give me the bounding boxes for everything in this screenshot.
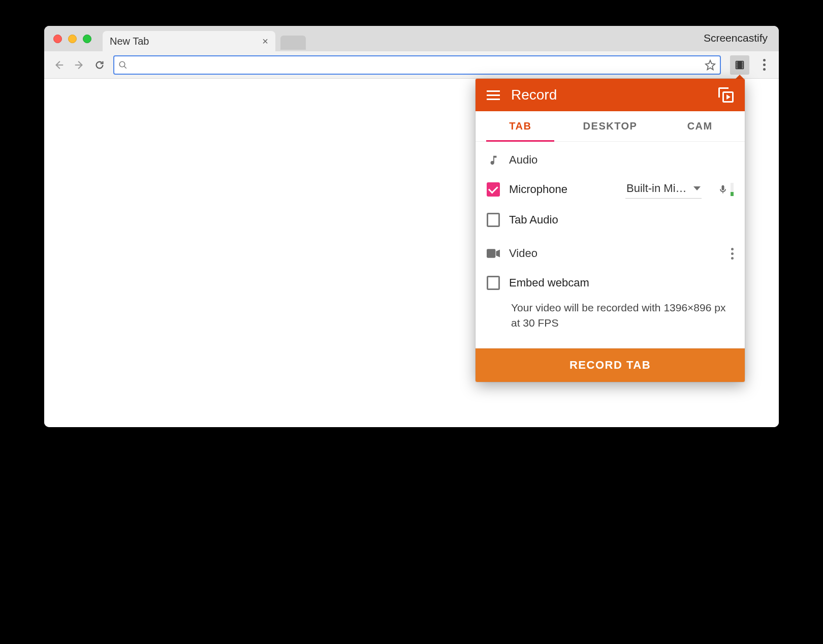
url-input[interactable] — [132, 59, 705, 70]
microphone-checkbox[interactable] — [487, 182, 500, 197]
forward-button[interactable] — [71, 56, 88, 74]
hamburger-icon — [487, 90, 500, 92]
chevron-down-icon — [693, 186, 701, 190]
mode-tab-tab[interactable]: TAB — [476, 111, 565, 141]
mode-tab-cam[interactable]: CAM — [655, 111, 745, 141]
kebab-icon — [763, 59, 766, 61]
toolbar — [44, 51, 779, 79]
new-tab-button[interactable] — [280, 36, 306, 50]
maximize-window-button[interactable] — [83, 35, 91, 43]
microphone-device-dropdown[interactable]: Built-in Mi… — [625, 181, 702, 199]
svg-point-0 — [119, 61, 125, 67]
record-mode-tabs: TAB DESKTOP CAM — [476, 111, 745, 142]
watermark-label: Screencastify — [704, 32, 768, 44]
reload-button[interactable] — [91, 56, 108, 74]
microphone-label: Microphone — [509, 183, 567, 196]
bookmark-button[interactable] — [705, 59, 716, 71]
arrow-right-icon — [74, 59, 85, 71]
svg-rect-7 — [742, 63, 743, 65]
svg-rect-6 — [742, 61, 743, 62]
minimize-window-button[interactable] — [68, 35, 77, 43]
record-tab-button[interactable]: RECORD TAB — [476, 348, 745, 382]
close-tab-button[interactable]: × — [262, 36, 268, 47]
microphone-device-value: Built-in Mi… — [626, 182, 687, 195]
tab-audio-row: Tab Audio — [487, 205, 734, 235]
audio-section-label: Audio — [509, 153, 537, 167]
svg-rect-4 — [737, 65, 738, 66]
menu-button[interactable] — [487, 90, 500, 100]
video-options-button[interactable] — [731, 248, 734, 260]
microphone-icon — [718, 183, 728, 196]
svg-rect-9 — [742, 67, 743, 68]
address-bar[interactable] — [113, 55, 721, 75]
back-button[interactable] — [50, 56, 68, 74]
audio-section-header: Audio — [487, 146, 734, 174]
reload-icon — [94, 59, 105, 71]
screencastify-popup: Record TAB DESKTOP CAM Audio — [476, 79, 745, 382]
tab-audio-checkbox[interactable] — [487, 213, 500, 227]
microphone-row: Microphone Built-in Mi… — [487, 174, 734, 205]
recordings-library-button[interactable] — [718, 87, 734, 103]
embed-webcam-checkbox[interactable] — [487, 276, 500, 290]
search-icon — [118, 60, 128, 70]
tab-bar: New Tab × Screencastify — [44, 26, 779, 51]
music-note-icon — [487, 154, 500, 166]
browser-window: New Tab × Screencastify — [44, 26, 779, 427]
svg-rect-3 — [737, 63, 738, 65]
video-section-header: Video — [487, 239, 734, 268]
video-section-label: Video — [509, 247, 537, 260]
embed-webcam-label: Embed webcam — [509, 276, 589, 289]
mode-tab-desktop[interactable]: DESKTOP — [565, 111, 655, 141]
window-controls — [53, 35, 91, 43]
popup-header: Record — [476, 79, 745, 111]
embed-webcam-row: Embed webcam — [487, 268, 734, 298]
browser-menu-button[interactable] — [755, 56, 773, 74]
tab-title: New Tab — [110, 36, 262, 47]
video-camera-icon — [487, 248, 500, 259]
svg-rect-2 — [737, 61, 738, 62]
screencastify-extension-button[interactable] — [730, 55, 749, 75]
close-window-button[interactable] — [53, 35, 62, 43]
svg-rect-5 — [737, 67, 738, 68]
svg-rect-10 — [487, 249, 495, 257]
popup-title: Record — [511, 87, 718, 103]
microphone-level-meter — [718, 183, 734, 196]
film-icon — [734, 59, 745, 71]
svg-rect-8 — [742, 65, 743, 66]
tab-audio-label: Tab Audio — [509, 213, 558, 227]
kebab-icon — [731, 248, 734, 250]
arrow-left-icon — [53, 59, 65, 71]
browser-tab[interactable]: New Tab × — [103, 31, 275, 51]
star-icon — [705, 59, 716, 71]
recording-hint: Your video will be recorded with 1396×89… — [487, 298, 734, 339]
